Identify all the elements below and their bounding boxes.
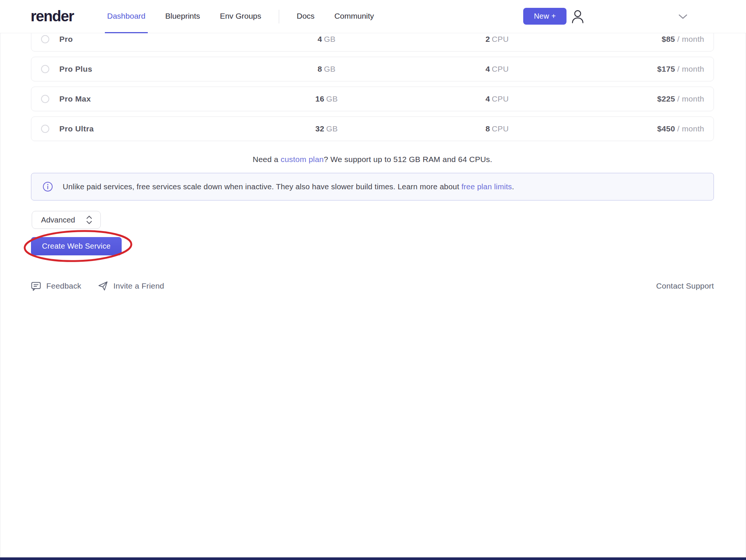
custom-plan-link[interactable]: custom plan [281,155,324,164]
bottom-edge-bar [0,557,746,560]
contact-support-link[interactable]: Contact Support [656,281,714,290]
nav-community[interactable]: Community [332,0,376,33]
ram-value: 32 [315,124,324,133]
plan-radio[interactable] [41,65,49,73]
cpu-unit: CPU [492,94,509,103]
render-logo[interactable]: render [31,8,74,25]
ram-unit: GB [324,65,335,73]
ram-unit: GB [326,124,338,133]
custom-plan-note: Need a custom plan? We support up to 512… [31,155,714,164]
account-button[interactable] [569,8,586,25]
price-amount: $450 [657,124,675,133]
top-navbar: render Dashboard Blueprints Env Groups D… [0,0,746,33]
footer: Feedback Invite a Friend Contact Support [31,281,714,291]
plan-ram: 16GB [282,94,371,103]
cpu-unit: CPU [492,65,509,73]
price-amount: $175 [657,65,675,73]
invite-friend-button[interactable]: Invite a Friend [98,281,164,291]
plan-cpu: 2CPU [452,35,542,44]
cpu-value: 8 [486,124,490,133]
cpu-unit: CPU [492,35,509,43]
plan-price: $175/ month [657,65,704,74]
banner-message: Unlike paid services, free services scal… [63,182,461,191]
nav-divider [279,10,279,24]
plan-row-pro-plus[interactable]: Pro Plus 8GB 4CPU $175/ month [31,57,714,81]
plan-ram: 4GB [282,35,371,44]
price-period: / month [677,65,704,73]
unfold-chevrons-icon [85,215,93,225]
page: render Dashboard Blueprints Env Groups D… [0,0,746,560]
free-plan-info-banner: Unlike paid services, free services scal… [31,173,714,200]
banner-suffix: . [512,182,514,191]
new-button[interactable]: New + [523,8,566,25]
plan-ram: 8GB [282,65,371,74]
ram-value: 4 [318,35,322,43]
plan-price: $450/ month [657,124,704,133]
plan-name: Pro Plus [59,65,92,74]
cpu-value: 4 [486,65,490,73]
price-period: / month [677,94,704,103]
feedback-label: Feedback [46,281,81,290]
feedback-icon [31,281,41,291]
ram-unit: GB [326,94,338,103]
plan-cpu: 4CPU [452,94,542,103]
banner-text: Unlike paid services, free services scal… [63,182,514,191]
custom-plan-prefix: Need a [253,155,281,164]
price-amount: $85 [662,35,675,43]
plan-cpu: 4CPU [452,65,542,74]
plan-name: Pro Max [59,94,91,103]
nav-env-groups[interactable]: Env Groups [218,0,263,33]
price-period: / month [677,35,704,43]
nav-docs[interactable]: Docs [294,0,317,33]
chevron-down-icon [678,14,688,20]
free-plan-limits-link[interactable]: free plan limits [461,182,512,191]
plan-ram: 32GB [282,124,371,133]
plan-price: $225/ month [657,94,704,103]
instance-type-list: Pro 4GB 2CPU $85/ month Pro Plus 8GB 4CP… [31,27,714,146]
plan-row-pro-max[interactable]: Pro Max 16GB 4CPU $225/ month [31,87,714,111]
plan-name: Pro [59,35,73,44]
plan-price: $85/ month [662,35,704,44]
feedback-button[interactable]: Feedback [31,281,81,291]
advanced-label: Advanced [41,215,75,224]
paper-plane-icon [98,281,108,291]
plan-cpu: 8CPU [452,124,542,133]
nav-dashboard[interactable]: Dashboard [105,0,148,33]
price-period: / month [677,124,704,133]
ram-value: 8 [318,65,322,73]
info-icon [43,181,53,192]
plan-radio[interactable] [41,95,49,103]
custom-plan-suffix: ? We support up to 512 GB RAM and 64 CPU… [324,155,492,164]
user-icon [570,9,585,24]
workspace-dropdown[interactable] [676,11,690,22]
ram-unit: GB [324,35,335,43]
main-nav: Dashboard Blueprints Env Groups Docs Com… [105,0,376,33]
cpu-value: 4 [486,94,490,103]
plan-name: Pro Ultra [59,124,94,133]
price-amount: $225 [657,94,675,103]
advanced-toggle[interactable]: Advanced [32,211,101,229]
nav-blueprints[interactable]: Blueprints [163,0,202,33]
create-web-service-button[interactable]: Create Web Service [31,237,122,255]
cpu-value: 2 [486,35,490,43]
ram-value: 16 [315,94,324,103]
invite-label: Invite a Friend [113,281,164,290]
plan-radio[interactable] [41,125,49,133]
plan-radio[interactable] [41,35,49,43]
plan-row-pro-ultra[interactable]: Pro Ultra 32GB 8CPU $450/ month [31,116,714,141]
cpu-unit: CPU [492,124,509,133]
